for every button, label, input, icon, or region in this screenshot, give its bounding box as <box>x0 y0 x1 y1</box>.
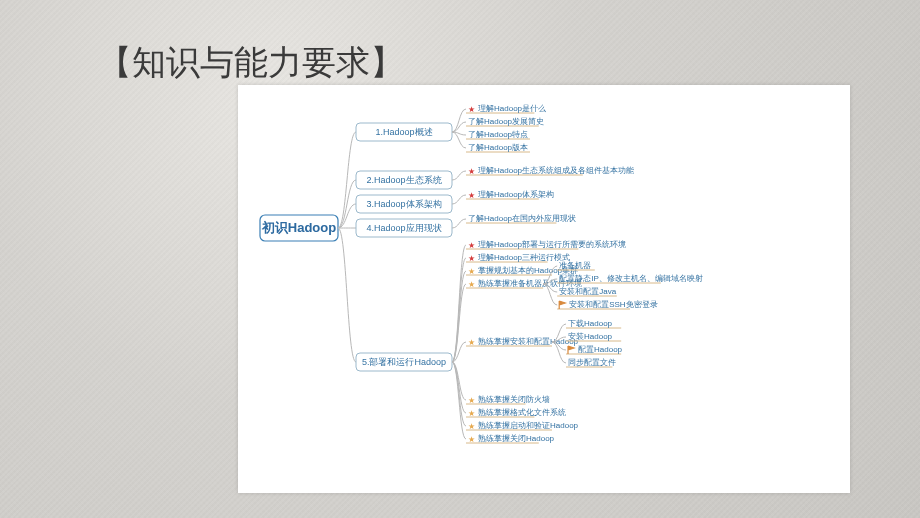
leaf-4-10-0: 准备机器 <box>559 261 591 270</box>
svg-text:★: ★ <box>468 280 475 289</box>
leaf-4-7: 理解Hadoop部署与运行所需要的系统环境 <box>478 240 626 249</box>
leaf-4-11-0: 下载Hadoop <box>568 319 613 328</box>
svg-text:★: ★ <box>468 396 475 405</box>
mindmap-canvas: 初识Hadoop1.Hadoop概述2.Hadoop生态系统3.Hadoop体系… <box>238 85 850 493</box>
leaf-0-1: 了解Hadoop发展简史 <box>468 117 544 126</box>
svg-text:★: ★ <box>468 105 475 114</box>
leaf-4-15: 熟练掌握关闭Hadoop <box>478 434 555 443</box>
mindmap-root: 初识Hadoop <box>261 220 336 235</box>
leaf-4-10-1: 配置静态IP、修改主机名、编辑域名映射 <box>559 274 703 283</box>
leaf-1-4: 理解Hadoop生态系统组成及各组件基本功能 <box>478 166 634 175</box>
leaf-3-6: 了解Hadoop在国内外应用现状 <box>468 214 576 223</box>
branch-1: 1.Hadoop概述 <box>375 127 432 137</box>
leaf-0-3: 了解Hadoop版本 <box>468 143 528 152</box>
branch-2: 2.Hadoop生态系统 <box>366 175 441 185</box>
svg-text:★: ★ <box>468 191 475 200</box>
leaf-4-10-2: 安装和配置Java <box>559 287 616 296</box>
leaf-4-14: 熟练掌握启动和验证Hadoop <box>478 421 579 430</box>
leaf-0-2: 了解Hadoop特点 <box>468 130 528 139</box>
svg-text:★: ★ <box>468 409 475 418</box>
leaf-4-10-3: 安装和配置SSH免密登录 <box>569 300 657 309</box>
svg-text:★: ★ <box>468 435 475 444</box>
leaf-4-11-2: 配置Hadoop <box>578 345 623 354</box>
branch-3: 3.Hadoop体系架构 <box>366 199 441 209</box>
page-title: 【知识与能力要求】 <box>98 40 404 86</box>
svg-text:★: ★ <box>468 167 475 176</box>
svg-text:★: ★ <box>468 254 475 263</box>
leaf-4-12: 熟练掌握关闭防火墙 <box>478 395 550 404</box>
svg-text:★: ★ <box>468 267 475 276</box>
leaf-0-0: 理解Hadoop是什么 <box>478 104 546 113</box>
svg-text:★: ★ <box>468 422 475 431</box>
branch-4: 4.Hadoop应用现状 <box>366 223 441 233</box>
leaf-4-8: 理解Hadoop三种运行模式 <box>478 253 570 262</box>
leaf-4-13: 熟练掌握格式化文件系统 <box>478 408 566 417</box>
leaf-4-11-1: 安装Hadoop <box>568 332 613 341</box>
leaf-2-5: 理解Hadoop体系架构 <box>478 190 554 199</box>
svg-text:★: ★ <box>468 241 475 250</box>
leaf-4-11-3: 同步配置文件 <box>568 358 616 367</box>
svg-text:★: ★ <box>468 338 475 347</box>
branch-5: 5.部署和运行Hadoop <box>362 357 446 367</box>
leaf-4-11: 熟练掌握安装和配置Hadoop <box>478 337 579 346</box>
